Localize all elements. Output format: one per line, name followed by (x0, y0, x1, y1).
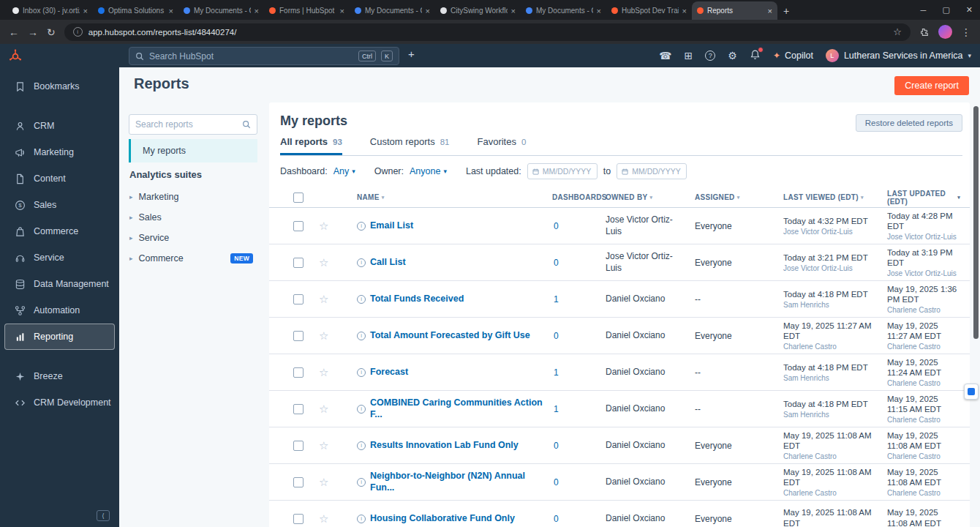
tab-close-icon[interactable]: × (511, 7, 516, 15)
report-name-link[interactable]: Total Amount Forecasted by Gift Use (370, 330, 530, 342)
row-checkbox[interactable] (293, 221, 304, 231)
sidebar-item-commerce[interactable]: Commerce (0, 218, 119, 244)
date-to-input[interactable] (632, 167, 682, 176)
sidebar-item-crm[interactable]: CRM (0, 113, 119, 139)
column-header-assigned[interactable]: ASSIGNED▾ (695, 187, 739, 208)
favorite-star-icon[interactable]: ☆ (319, 512, 328, 526)
browser-tab-docs-2[interactable]: My Documents - Goo...× (350, 1, 435, 20)
hubspot-logo[interactable] (9, 49, 22, 62)
account-menu[interactable]: L Lutheran Services in America ▾ (826, 49, 971, 62)
copilot-button[interactable]: ✦ Copilot (773, 51, 813, 61)
browser-tab-docs-1[interactable]: My Documents - Goo...× (178, 1, 264, 20)
row-checkbox[interactable] (293, 294, 304, 304)
favorite-star-icon[interactable]: ☆ (319, 220, 328, 233)
quick-create-button[interactable]: + (408, 48, 415, 60)
tab-close-icon[interactable]: × (426, 7, 430, 15)
favorite-star-icon[interactable]: ☆ (319, 329, 328, 343)
suite-item-sales[interactable]: ▸Sales (129, 208, 257, 227)
marketplace-icon[interactable]: ⊞ (685, 51, 693, 61)
suite-item-service[interactable]: ▸Service (129, 228, 257, 247)
date-to-field[interactable] (617, 163, 687, 179)
browser-tab-docs-3[interactable]: My Documents - Go...× (521, 1, 606, 20)
row-checkbox[interactable] (293, 404, 304, 414)
row-checkbox[interactable] (293, 514, 304, 524)
back-button[interactable]: ← (9, 26, 19, 38)
favorite-star-icon[interactable]: ☆ (319, 256, 328, 269)
tab-close-icon[interactable]: × (83, 7, 88, 15)
sidebar-collapse-button[interactable]: ⟨ (97, 510, 110, 521)
table-row[interactable]: ☆ iResults Innovation Lab Fund Only 0 Da… (269, 427, 970, 464)
tab-close-icon[interactable]: × (340, 7, 344, 15)
close-button[interactable]: ✕ (966, 5, 973, 15)
tab-close-icon[interactable]: × (768, 7, 772, 15)
column-header-last-updated[interactable]: LAST UPDATED (EDT)▾ (887, 187, 960, 208)
global-search-input[interactable] (149, 51, 353, 61)
global-search[interactable]: Ctrl K (129, 47, 399, 65)
tab-close-icon[interactable]: × (255, 7, 259, 15)
table-row[interactable]: ☆ iNeighbor-to-Neighbor (N2N) Annual Fun… (269, 464, 970, 501)
notifications-bell-icon[interactable] (750, 49, 761, 63)
report-name-link[interactable]: Forecast (370, 367, 408, 378)
dashboards-count[interactable]: 0 (554, 477, 559, 487)
calling-icon[interactable]: ☎ (659, 51, 671, 61)
row-checkbox[interactable] (293, 367, 304, 378)
report-name-link[interactable]: Results Innovation Lab Fund Only (370, 440, 519, 452)
tab-close-icon[interactable]: × (169, 7, 173, 15)
sidebar-item-breeze[interactable]: Breeze (0, 363, 119, 389)
bookmark-star-icon[interactable]: ☆ (893, 26, 902, 37)
extensions-icon[interactable] (919, 27, 930, 37)
browser-tab-forms[interactable]: Forms | HubSpot× (264, 1, 350, 20)
browser-tab-cityswing[interactable]: CitySwing Workflow...× (435, 1, 521, 20)
report-search-input[interactable] (135, 119, 238, 130)
settings-gear-icon[interactable]: ⚙ (728, 51, 737, 61)
column-header-name[interactable]: NAME▾ (357, 187, 384, 208)
restore-deleted-reports-button[interactable]: Restore deleted reports (856, 114, 962, 132)
url-text[interactable]: app.hubspot.com/reports-list/48440274/ (88, 28, 888, 37)
report-name-link[interactable]: Housing Collaborative Fund Only (370, 513, 515, 525)
maximize-button[interactable]: ▢ (942, 5, 949, 15)
sidebar-item-marketing[interactable]: Marketing (0, 139, 119, 165)
column-header-dashboards[interactable]: DASHBOARDS (552, 187, 607, 208)
select-all-checkbox[interactable] (293, 193, 304, 203)
help-icon[interactable]: ? (705, 51, 715, 61)
sidebar-item-crm-development[interactable]: CRM Development (0, 389, 119, 416)
table-row[interactable]: ☆ iCall List 0 Jose Victor Ortiz-Luis Ev… (269, 244, 970, 281)
row-checkbox[interactable] (293, 331, 304, 341)
dashboards-count[interactable]: 1 (554, 294, 559, 304)
date-from-input[interactable] (543, 167, 592, 176)
minimize-button[interactable]: ─ (921, 6, 927, 15)
row-checkbox[interactable] (293, 477, 304, 487)
reload-button[interactable]: ↻ (47, 26, 56, 38)
date-from-field[interactable] (527, 163, 598, 179)
sidebar-item-sales[interactable]: $ Sales (0, 192, 119, 218)
owner-filter-dropdown[interactable]: Anyone▾ (410, 166, 447, 176)
favorite-star-icon[interactable]: ☆ (319, 403, 328, 416)
report-name-link[interactable]: Call List (370, 257, 406, 269)
table-row[interactable]: ☆ iEmail List 0 Jose Victor Ortiz-Luis E… (269, 208, 970, 244)
dashboards-count[interactable]: 0 (554, 221, 559, 231)
dashboards-count[interactable]: 0 (554, 331, 559, 341)
nav-item-my-reports[interactable]: My reports (129, 139, 257, 162)
feedback-widget[interactable] (964, 384, 979, 400)
sidebar-item-data-management[interactable]: Data Management (0, 271, 119, 297)
tab-close-icon[interactable]: × (597, 7, 601, 15)
tab-favorites[interactable]: Favorites0 (477, 136, 526, 155)
table-row[interactable]: ☆ iHousing Collaborative Fund Only 0 Dan… (269, 501, 970, 527)
dashboards-count[interactable]: 0 (554, 441, 559, 451)
report-name-link[interactable]: Total Funds Received (370, 294, 464, 305)
suite-item-marketing[interactable]: ▸Marketing (129, 187, 257, 206)
new-tab-button[interactable]: + (777, 5, 796, 20)
browser-tab-reports-active[interactable]: Reports× (692, 1, 777, 20)
report-name-link[interactable]: COMBINED Caring Communities Action F... (370, 397, 549, 420)
report-name-link[interactable]: Neighbor-to-Neighbor (N2N) Annual Fun... (370, 471, 549, 493)
favorite-star-icon[interactable]: ☆ (319, 476, 328, 489)
favorite-star-icon[interactable]: ☆ (319, 366, 328, 379)
dashboards-count[interactable]: 1 (554, 404, 559, 414)
tab-close-icon[interactable]: × (682, 7, 687, 15)
table-row[interactable]: ☆ iCOMBINED Caring Communities Action F.… (269, 391, 970, 427)
sidebar-item-service[interactable]: Service (0, 244, 119, 271)
vertical-scrollbar[interactable] (973, 106, 979, 339)
favorite-star-icon[interactable]: ☆ (319, 293, 328, 306)
table-row[interactable]: ☆ iTotal Amount Forecasted by Gift Use 0… (269, 318, 970, 354)
suite-item-commerce[interactable]: ▸CommerceNEW (129, 249, 257, 268)
